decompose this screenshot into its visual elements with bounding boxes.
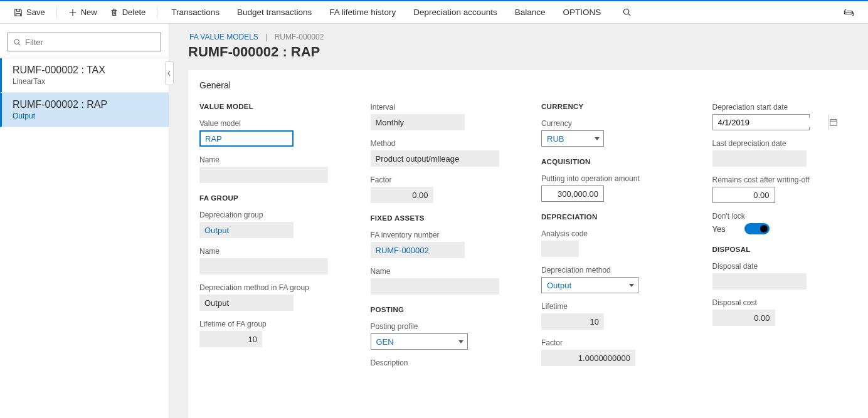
search-button[interactable] [616, 5, 638, 19]
nav-options[interactable]: OPTIONS [554, 5, 610, 19]
link-icon [844, 9, 854, 16]
filter-input[interactable] [25, 38, 156, 47]
save-label: Save [26, 8, 45, 17]
chevron-down-icon [595, 137, 600, 140]
label-dont-lock: Don't lock [712, 212, 857, 221]
dont-lock-toggle[interactable] [744, 223, 770, 234]
disposal-date-input[interactable] [712, 273, 807, 290]
dep-factor-input[interactable] [541, 350, 635, 366]
dont-lock-value: Yes [712, 224, 726, 234]
save-icon [14, 8, 23, 17]
remains-input[interactable] [712, 187, 775, 203]
plus-icon [68, 8, 77, 17]
nav-balance[interactable]: Balance [506, 5, 554, 19]
fa-inventory-input[interactable] [371, 242, 465, 258]
trash-icon [110, 8, 119, 17]
label-dep-method-group: Depreciation method in FA group [199, 283, 344, 292]
label-analysis-code: Analysis code [541, 229, 686, 238]
currency-select[interactable]: RUB [541, 130, 604, 147]
separator [56, 6, 57, 19]
posting-profile-select[interactable]: GEN [371, 333, 468, 350]
lifetime-fa-group-input[interactable] [199, 331, 262, 347]
section-title-general: General [199, 80, 857, 90]
record-list: RUMF-000002 : TAX LinearTax RUMF-000002 … [0, 58, 169, 127]
save-button[interactable]: Save [8, 5, 51, 19]
nav-transactions[interactable]: Transactions [162, 5, 228, 19]
breadcrumb-root[interactable]: FA VALUE MODELS [189, 33, 258, 41]
delete-label: Delete [122, 8, 146, 17]
list-item-tax[interactable]: RUMF-000002 : TAX LinearTax [0, 58, 169, 93]
svg-point-1 [14, 39, 19, 44]
search-icon [622, 8, 632, 17]
label-disposal-cost: Disposal cost [712, 298, 857, 307]
svg-rect-2 [830, 120, 837, 126]
list-item-title: RUMF-000002 : RAP [13, 99, 157, 110]
label-factor-dep: Factor [541, 338, 686, 347]
fa-group-name-input[interactable] [199, 258, 328, 274]
breadcrumb-separator: | [260, 33, 272, 41]
breadcrumb: FA VALUE MODELS | RUMF-000002 [169, 24, 868, 41]
delete-button[interactable]: Delete [103, 5, 152, 19]
factor-input[interactable] [371, 187, 433, 203]
form-panel: General VALUE MODEL Value model Name FA … [188, 70, 868, 418]
label-description: Description [371, 358, 516, 367]
label-posting-profile: Posting profile [371, 322, 516, 331]
nav-depreciation-accounts[interactable]: Depreciation accounts [405, 5, 506, 19]
label-method: Method [371, 139, 516, 148]
depreciation-group-input[interactable] [199, 222, 294, 238]
fa-name-input[interactable] [371, 278, 499, 295]
column-currency-depreciation: CURRENCY Currency RUB ACQUISITION Puttin… [541, 103, 686, 366]
label-lifetime: Lifetime [541, 302, 686, 311]
heading-disposal: DISPOSAL [712, 246, 857, 253]
heading-posting: POSTING [371, 306, 516, 313]
dep-method-group-input[interactable] [199, 295, 294, 311]
label-dep-start: Depreciation start date [712, 103, 857, 112]
method-input[interactable] [371, 150, 499, 167]
page-title: RUMF-000002 : RAP [169, 41, 868, 70]
column-disposal: Depreciation start date Last depreciatio… [712, 103, 857, 326]
putting-amount-input[interactable] [541, 185, 604, 202]
currency-value: RUB [547, 134, 595, 144]
heading-fa-group: FA GROUP [199, 194, 344, 202]
heading-value-model: VALUE MODEL [199, 103, 344, 110]
list-item-subtitle: LinearTax [13, 77, 157, 86]
label-name: Name [199, 155, 344, 164]
heading-fixed-assets: FIXED ASSETS [371, 214, 516, 222]
disposal-cost-input[interactable] [712, 310, 775, 326]
chevron-down-icon [629, 284, 634, 287]
dep-method-value: Output [547, 281, 629, 290]
label-depreciation-group: Depreciation group [199, 211, 344, 219]
heading-currency: CURRENCY [541, 103, 686, 110]
heading-acquisition: ACQUISITION [541, 158, 686, 165]
posting-profile-value: GEN [376, 337, 458, 347]
nav-fa-lifetime-history[interactable]: FA lifetime history [320, 5, 405, 19]
dep-start-date[interactable] [712, 114, 810, 130]
label-dep-method: Depreciation method [541, 266, 686, 274]
new-label: New [81, 8, 97, 17]
heading-depreciation: DEPRECIATION [541, 213, 686, 221]
new-button[interactable]: New [62, 5, 103, 19]
label-fa-inventory: FA inventory number [371, 231, 516, 239]
label-factor: Factor [371, 175, 516, 184]
breadcrumb-current: RUMF-000002 [275, 33, 324, 41]
value-model-input[interactable] [199, 130, 294, 147]
dep-method-select[interactable]: Output [541, 277, 638, 293]
sidebar: RUMF-000002 : TAX LinearTax RUMF-000002 … [0, 24, 169, 418]
last-dep-input[interactable] [712, 150, 807, 167]
label-disposal-date: Disposal date [712, 262, 857, 271]
link-button[interactable] [838, 6, 860, 19]
list-item-rap[interactable]: RUMF-000002 : RAP Output [0, 93, 169, 127]
lifetime-input[interactable] [541, 313, 604, 330]
label-value-model: Value model [199, 119, 344, 128]
value-model-name-input[interactable] [199, 167, 328, 183]
resize-handle[interactable] [165, 61, 174, 85]
calendar-icon[interactable] [828, 115, 838, 130]
dep-start-input[interactable] [713, 118, 828, 127]
main-content: FA VALUE MODELS | RUMF-000002 RUMF-00000… [169, 24, 868, 418]
analysis-code-input[interactable] [541, 241, 579, 257]
action-toolbar: Save New Delete Transactions Budget tran… [0, 0, 868, 24]
column-value-model: VALUE MODEL Value model Name FA GROUP De… [199, 103, 344, 347]
nav-budget-transactions[interactable]: Budget transactions [228, 5, 320, 19]
filter-box[interactable] [8, 33, 161, 51]
interval-input[interactable] [371, 114, 465, 130]
